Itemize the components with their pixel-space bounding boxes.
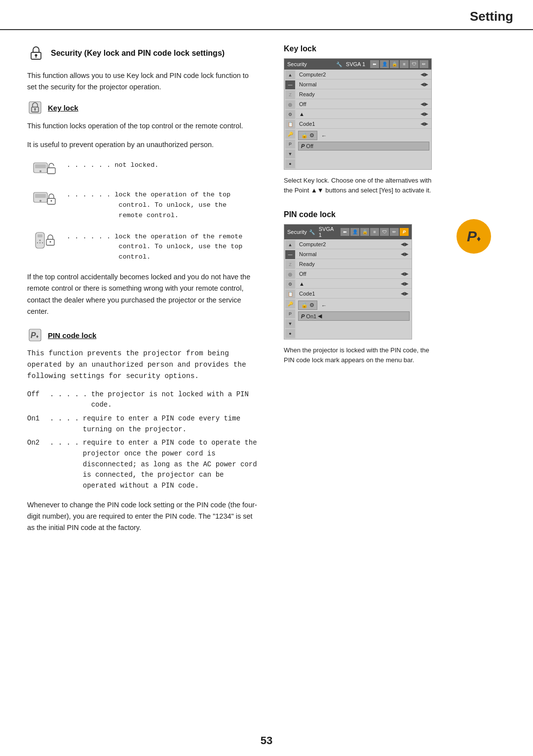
svg-point-1 <box>35 54 38 57</box>
pin-row-label: Ready <box>299 261 409 267</box>
pin-on1-dots: . . . . <box>50 414 79 435</box>
menu-left-icon: 🔑 <box>285 130 295 139</box>
menu-row-label: ▲ <box>299 111 420 117</box>
pin-row-label: Off <box>299 271 401 277</box>
pin-lock-label: PIN code lock <box>48 331 96 340</box>
menu-row-label: Ready <box>299 91 428 97</box>
p-value: Off <box>306 143 313 149</box>
pin-menu-left-icon: ⚙ <box>285 280 295 289</box>
pin-menu-left-icon-active: — <box>285 250 295 259</box>
menu-icon-box: ✏ <box>419 60 428 68</box>
pin-menu-security-label: Security <box>287 229 307 235</box>
menu-security-label: Security <box>287 61 334 67</box>
svg-text:P: P <box>31 331 36 340</box>
pin-menu-row: Code1 ◀▶ <box>296 289 412 299</box>
intro-text: This function allows you to use Key lock… <box>27 70 259 93</box>
pin-lock-caption: When the projector is locked with the PI… <box>284 345 432 365</box>
pin-menu-left-icon: 📋 <box>285 290 295 299</box>
pin-on2-desc: require to enter a PIN code to operate t… <box>83 438 259 491</box>
key-lock-subheading: Key lock <box>27 100 259 115</box>
pin-footer-text: Whenever to change the PIN code lock set… <box>27 499 259 534</box>
menu-row: ▲ ◀▶ <box>296 109 431 119</box>
menu-left-icon: ▲ <box>285 71 295 79</box>
svg-rect-17 <box>38 234 42 237</box>
menu-bottom-box-wide: P Off <box>298 142 429 151</box>
pin-menu-left-icon: Z <box>285 260 295 269</box>
lock-item-text-1: . . . . . . not locked. <box>67 158 158 171</box>
pin-menu-icon-small: 🔧 <box>309 229 315 235</box>
menu-row-label: Off <box>299 101 420 107</box>
pin-menu-icon-box: ≡ <box>370 228 379 236</box>
svg-point-5 <box>34 109 36 111</box>
pin-lock-large-icon: P♦ <box>457 219 491 254</box>
pin-menu-body: ▲ — Z ◎ ⚙ 📋 🔑 P ▼ ● <box>284 239 412 339</box>
warning-text: If the top control accidentally becomes … <box>27 271 259 317</box>
pin-row-arrow: ◀▶ <box>401 271 409 276</box>
page-footer: 53 <box>0 734 533 747</box>
menu-icon-box: 🛡 <box>410 60 419 68</box>
pin-on1-desc: require to enter a PIN code every time t… <box>83 414 259 435</box>
pin-menu-icon-box: ⬅ <box>341 228 349 236</box>
pin-menu-icon-box: ✏ <box>390 228 399 236</box>
pin-lock-panel-heading: PIN code lock <box>284 210 496 219</box>
pin-menu-icon-box: 🛡 <box>380 228 389 236</box>
menu-icon-box: 🔒 <box>390 60 399 68</box>
menu-left-icon: ◎ <box>285 100 295 109</box>
menu-left-icon-active: — <box>285 80 295 89</box>
main-section-heading: Security (Key lock and PIN code lock set… <box>27 44 259 62</box>
pin-menu-left-icon: 🔑 <box>285 300 295 308</box>
svg-point-19 <box>37 242 38 243</box>
menu-top-bar: Security 🔧 SVGA 1 ⬅ 👤 🔒 ≡ 🛡 ✏ <box>284 59 431 70</box>
pin-code-panel: PIN code lock P♦ Security 🔧 SVGA 1 ⬅ <box>284 210 496 365</box>
pin-menu-svga: SVGA 1 <box>319 226 336 238</box>
pin-on2-dots: . . . . <box>50 438 79 491</box>
list-item: . . . . . . lock the operation of the to… <box>32 188 259 221</box>
list-item: . . . . . . lock the operation of the re… <box>32 230 259 263</box>
pin-bottom-row: 🔒 ⚙ ← <box>298 301 410 310</box>
svg-text:♦: ♦ <box>36 334 38 339</box>
page-title: Setting <box>470 9 513 24</box>
menu-row: Code1 ◀▶ <box>296 119 431 129</box>
pin-menu-row: ▲ ◀▶ <box>296 279 412 289</box>
pin-row-arrow: ◀▶ <box>401 251 409 257</box>
top-lock-icon <box>32 188 58 209</box>
pin-panel-container: P♦ Security 🔧 SVGA 1 ⬅ 👤 🔒 ≡ <box>284 224 496 340</box>
pin-menu-bottom-area: 🔒 ⚙ ← P On1 ◀ <box>296 299 412 324</box>
page-header: Setting <box>0 0 533 30</box>
pin-arrow-indicator: ← <box>321 302 327 308</box>
menu-row: Normal ◀▶ <box>296 79 431 89</box>
svg-point-9 <box>39 170 41 172</box>
list-item: On1 . . . . require to enter a PIN code … <box>27 414 259 435</box>
menu-row: Computer2 ◀▶ <box>296 70 431 79</box>
pin-menu-left-icon: ● <box>285 329 295 338</box>
pin-settings-icon-small: ⚙ <box>309 302 314 308</box>
menu-row: Off ◀▶ <box>296 99 431 109</box>
menu-rows: Computer2 ◀▶ Normal ◀▶ Ready Off ◀▶ <box>296 70 431 169</box>
menu-row-label: Code1 <box>299 121 420 127</box>
pin-lock-indicator-icon: P <box>400 228 409 236</box>
menu-row-arrow: ◀▶ <box>420 121 428 126</box>
unlocked-icon <box>32 158 58 179</box>
pin-lock-subheading: P ♦ PIN code lock <box>27 327 259 343</box>
pin-menu-row: Computer2 ◀▶ <box>296 239 412 249</box>
menu-row-arrow: ◀▶ <box>420 81 428 87</box>
page-number: 53 <box>261 734 272 747</box>
menu-icons-row: ⬅ 👤 🔒 ≡ 🛡 ✏ <box>370 60 428 68</box>
menu-left-icon: ▼ <box>285 150 295 158</box>
menu-icon-box: ⬅ <box>370 60 379 68</box>
p-icon-small: P <box>301 143 305 149</box>
list-item: On2 . . . . require to enter a PIN code … <box>27 438 259 491</box>
pin-bottom-row2: P On1 ◀ <box>298 311 410 321</box>
main-heading-text: Security (Key lock and PIN code lock set… <box>51 49 225 58</box>
content-area: Security (Key lock and PIN code lock set… <box>0 30 533 726</box>
pin-menu-left-icons: ▲ — Z ◎ ⚙ 📋 🔑 P ▼ ● <box>284 239 296 339</box>
pin-row-label: Code1 <box>299 291 401 297</box>
menu-bottom-area: 🔒 ⚙ ← P Off <box>296 129 431 154</box>
menu-left-icons: ▲ — Z ◎ ⚙ 📋 🔑 P ▼ ● <box>284 70 296 169</box>
lock-item-text-2: . . . . . . lock the operation of the to… <box>67 188 230 221</box>
pin-row-label: Computer2 <box>299 241 401 247</box>
lock-items-list: . . . . . . not locked. . . . . . . l <box>32 158 259 263</box>
svg-point-18 <box>39 239 41 241</box>
menu-left-icon: ● <box>285 159 295 168</box>
pin-bottom-box-wide: P On1 ◀ <box>298 311 410 321</box>
